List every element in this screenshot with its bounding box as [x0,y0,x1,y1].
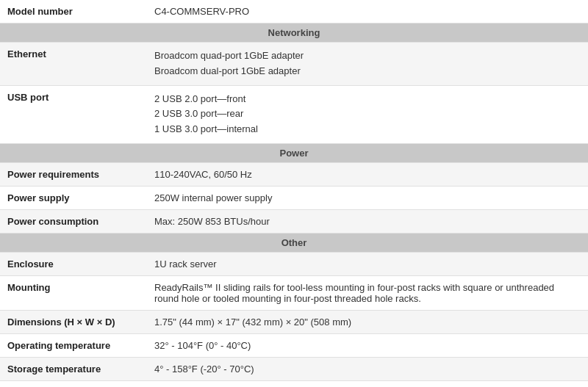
storage-temp-label: Storage temperature [0,357,147,380]
dimensions-row: Dimensions (H × W × D) 1.75" (44 mm) × 1… [0,310,588,333]
other-section-header: Other [0,233,588,252]
ethernet-value-2: Broadcom dual-port 1GbE adapter [154,65,301,76]
ethernet-label: Ethernet [0,43,147,86]
other-header-label: Other [0,233,588,252]
power-supply-row: Power supply 250W internal power supply [0,186,588,209]
weight-row: Weight 20 lbs (9.1 kg) [0,380,588,387]
power-section-header: Power [0,143,588,162]
usb-value-2: 2 USB 3.0 port—rear [154,108,243,119]
usb-value-3: 1 USB 3.0 port—internal [154,123,258,134]
model-number-label: Model number [0,0,147,23]
usb-port-label: USB port [0,85,147,143]
enclosure-row: Enclosure 1U rack server [0,252,588,275]
storage-temp-row: Storage temperature 4° - 158°F (-20° - 7… [0,357,588,380]
power-requirements-value: 110-240VAC, 60/50 Hz [147,162,588,186]
ethernet-value: Broadcom quad-port 1GbE adapter Broadcom… [147,43,588,86]
operating-temp-label: Operating temperature [0,333,147,357]
power-requirements-label: Power requirements [0,162,147,186]
power-consumption-label: Power consumption [0,209,147,233]
dimensions-value: 1.75" (44 mm) × 17" (432 mm) × 20" (508 … [147,310,588,333]
mounting-label: Mounting [0,275,147,310]
power-supply-value: 250W internal power supply [147,186,588,209]
networking-header-label: Networking [0,23,588,43]
operating-temp-row: Operating temperature 32° - 104°F (0° - … [0,333,588,357]
enclosure-value: 1U rack server [147,252,588,275]
operating-temp-value: 32° - 104°F (0° - 40°C) [147,333,588,357]
ethernet-value-1: Broadcom quad-port 1GbE adapter [154,50,304,61]
mounting-value: ReadyRails™ II sliding rails for tool-le… [147,275,588,310]
enclosure-label: Enclosure [0,252,147,275]
power-consumption-value: Max: 250W 853 BTUs/hour [147,209,588,233]
networking-section-header: Networking [0,23,588,43]
mounting-row: Mounting ReadyRails™ II sliding rails fo… [0,275,588,310]
weight-value: 20 lbs (9.1 kg) [147,380,588,387]
storage-temp-value: 4° - 158°F (-20° - 70°C) [147,357,588,380]
model-number-value: C4-COMMSERV-PRO [147,0,588,23]
dimensions-label: Dimensions (H × W × D) [0,310,147,333]
model-number-row: Model number C4-COMMSERV-PRO [0,0,588,23]
power-header-label: Power [0,143,588,162]
usb-port-value: 2 USB 2.0 port—front 2 USB 3.0 port—rear… [147,85,588,143]
power-requirements-row: Power requirements 110-240VAC, 60/50 Hz [0,162,588,186]
ethernet-row: Ethernet Broadcom quad-port 1GbE adapter… [0,43,588,86]
power-consumption-row: Power consumption Max: 250W 853 BTUs/hou… [0,209,588,233]
usb-value-1: 2 USB 2.0 port—front [154,93,245,104]
weight-label: Weight [0,380,147,387]
power-supply-label: Power supply [0,186,147,209]
usb-port-row: USB port 2 USB 2.0 port—front 2 USB 3.0 … [0,85,588,143]
